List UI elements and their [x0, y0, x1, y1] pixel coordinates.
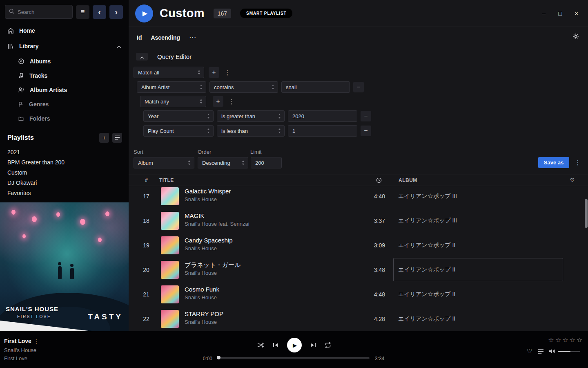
- rule-field-dropdown[interactable]: Album Artist: [137, 81, 206, 93]
- sidebar-item-folders[interactable]: Folders: [0, 111, 129, 126]
- rule-value-input[interactable]: [281, 81, 350, 93]
- add-rule-button[interactable]: +: [209, 67, 219, 78]
- add-rule-button[interactable]: +: [213, 96, 223, 107]
- menu-button[interactable]: ≡: [76, 5, 89, 19]
- track-number: 18: [140, 209, 152, 233]
- track-row[interactable]: 18 MAGIK Snail's House feat. Sennzai 3:3…: [129, 209, 585, 233]
- volume-slider[interactable]: [558, 351, 580, 352]
- chevron-up-icon[interactable]: [117, 43, 121, 49]
- updown-arrows-icon: [207, 114, 210, 119]
- play-playlist-button[interactable]: ▶: [135, 4, 153, 22]
- ellipsis-icon[interactable]: ⋯: [189, 33, 196, 42]
- query-editor-collapse-button[interactable]: [136, 53, 148, 61]
- sidebar-item-album-artists[interactable]: Album Artists: [0, 83, 129, 97]
- match-any-dropdown[interactable]: Match any: [140, 96, 206, 107]
- rule-operator-dropdown[interactable]: is less than: [217, 125, 285, 137]
- sort-direction-control[interactable]: Ascending: [151, 34, 180, 41]
- sort-dropdown[interactable]: Album: [134, 157, 194, 168]
- maximize-button[interactable]: □: [558, 10, 562, 17]
- home-icon: [7, 27, 14, 34]
- playlist-item[interactable]: Custom: [0, 167, 129, 177]
- playlist-name: Custom: [7, 169, 27, 176]
- search-box[interactable]: [5, 5, 73, 19]
- remove-rule-button[interactable]: −: [361, 126, 371, 136]
- track-number: 21: [140, 282, 152, 307]
- lantern-decor: [11, 210, 16, 215]
- repeat-icon[interactable]: [325, 342, 331, 348]
- sidebar-item-albums[interactable]: Albums: [0, 54, 129, 68]
- sidebar-item-library[interactable]: Library: [0, 38, 129, 54]
- rule-operator-dropdown[interactable]: contains: [209, 81, 278, 93]
- star-icon[interactable]: ☆: [555, 336, 561, 344]
- playlist-name: DJ Okawari: [7, 180, 37, 186]
- shuffle-icon[interactable]: [257, 342, 264, 348]
- track-number: 17: [140, 184, 152, 209]
- playlist-name: BPM Greater than 200: [7, 159, 65, 166]
- kebab-icon[interactable]: ⋮: [224, 69, 231, 76]
- track-row[interactable]: 20 プラネット・ガール Snail's House 3:48 エイリアン☆ポッ…: [129, 258, 585, 282]
- updown-arrows-icon: [198, 70, 200, 75]
- track-artist: Snail's House: [185, 294, 217, 301]
- playlist-item[interactable]: DJ Okawari: [0, 177, 129, 188]
- playlist-item[interactable]: Favorites: [0, 188, 129, 198]
- queue-icon[interactable]: [538, 349, 544, 354]
- kebab-icon[interactable]: ⋮: [575, 159, 581, 166]
- playlist-name: 2021: [7, 149, 20, 155]
- track-duration: 4:28: [349, 307, 385, 331]
- playlist-item[interactable]: BPM Greater than 200: [0, 157, 129, 167]
- track-row[interactable]: 22 STARRY POP Snail's House 4:28 エイリアン☆ポ…: [129, 307, 585, 331]
- track-thumbnail: [161, 212, 179, 230]
- minimize-button[interactable]: –: [542, 10, 546, 17]
- track-album: エイリアン☆ポップ III: [398, 209, 457, 233]
- chevron-up-icon: [140, 53, 144, 61]
- gear-icon[interactable]: [572, 33, 579, 41]
- next-track-icon[interactable]: [310, 343, 316, 348]
- seek-knob[interactable]: [217, 356, 220, 359]
- track-row[interactable]: 19 Candy Spaceship Snail's House 3:09 エイ…: [129, 233, 585, 258]
- rule-field-dropdown[interactable]: Play Count: [143, 125, 214, 137]
- kebab-icon[interactable]: ⋮: [228, 98, 235, 105]
- sidebar: ≡ ‹ › Home Library Albums: [0, 0, 129, 331]
- track-row[interactable]: 21 Cosmo Funk Snail's House 4:48 エイリアン☆ポ…: [129, 282, 585, 307]
- star-icon[interactable]: ☆: [569, 336, 575, 344]
- match-all-dropdown[interactable]: Match all: [134, 67, 204, 78]
- star-icon[interactable]: ☆: [548, 336, 554, 344]
- rule-operator-dropdown[interactable]: is greater than: [217, 110, 285, 122]
- heart-icon[interactable]: ♡: [527, 348, 532, 355]
- sidebar-item-label: Album Artists: [30, 87, 67, 93]
- seek-bar[interactable]: [218, 357, 370, 359]
- star-icon[interactable]: ☆: [562, 336, 568, 344]
- sidebar-item-home[interactable]: Home: [0, 23, 129, 38]
- track-artist: Snail's House: [185, 270, 217, 276]
- playlist-item[interactable]: 2021: [0, 147, 129, 157]
- kebab-icon[interactable]: ⋮: [33, 338, 39, 345]
- sidebar-item-genres[interactable]: Genres: [0, 97, 129, 111]
- track-title: STARRY POP: [185, 310, 223, 317]
- nav-forward-button[interactable]: ›: [109, 5, 123, 19]
- close-button[interactable]: ×: [575, 10, 578, 17]
- previous-track-icon[interactable]: [273, 343, 278, 348]
- dropdown-value: Match all: [138, 70, 159, 76]
- rule-field-dropdown[interactable]: Year: [143, 110, 214, 122]
- add-playlist-button[interactable]: +: [99, 133, 109, 143]
- rule-value-input[interactable]: [288, 125, 357, 137]
- limit-label: Limit: [250, 149, 261, 155]
- limit-input[interactable]: [251, 157, 282, 168]
- nav-back-button[interactable]: ‹: [93, 5, 106, 19]
- now-playing-artwork[interactable]: SNAIL'S HOUSE FIRST LOVE TASTY: [0, 202, 129, 331]
- volume-icon[interactable]: [549, 348, 555, 354]
- save-as-button[interactable]: Save as: [538, 157, 569, 168]
- star-icon[interactable]: ☆: [577, 336, 582, 344]
- play-pause-button[interactable]: ▶: [287, 338, 302, 352]
- sort-label: Sort: [134, 149, 143, 155]
- playlist-menu-button[interactable]: [112, 133, 122, 143]
- remove-rule-button[interactable]: −: [361, 111, 371, 121]
- remove-rule-button[interactable]: −: [353, 82, 364, 92]
- order-dropdown[interactable]: Descending: [198, 157, 248, 168]
- rule-value-input[interactable]: [288, 110, 357, 122]
- track-row[interactable]: 17 Galactic Whisper Snail's House 4:40 エ…: [129, 184, 585, 209]
- sort-field-control[interactable]: Id: [137, 34, 142, 41]
- sidebar-item-tracks[interactable]: Tracks: [0, 68, 129, 83]
- track-number: 19: [140, 233, 152, 258]
- scrollbar-thumb[interactable]: [585, 199, 588, 228]
